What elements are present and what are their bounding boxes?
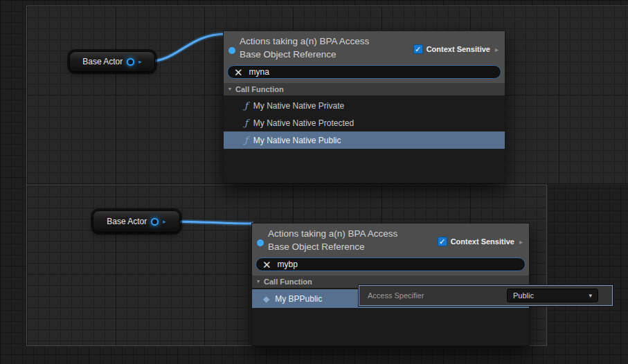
item-label: My Native Native Private: [253, 101, 344, 111]
context-sensitive-label: Context Sensitive: [451, 237, 514, 246]
pin-arrow-icon: ▸: [163, 219, 166, 225]
function-icon: ƒ: [244, 135, 248, 145]
pin-arrow-icon: ▸: [138, 59, 142, 65]
clear-search-icon[interactable]: ✕: [262, 260, 271, 270]
action-menu-bottom: Actions taking a(n) BPA Access Base Obje…: [251, 223, 530, 346]
context-sensitive-checkbox[interactable]: ✓: [413, 44, 423, 54]
node-title: Base Actor: [107, 217, 147, 226]
search-value: myna: [249, 67, 269, 77]
node-base-actor-top[interactable]: Base Actor ▸: [69, 51, 155, 72]
action-list: ƒ My Native Native Private ƒ My Native N…: [224, 95, 505, 183]
blueprint-function-icon: ◆: [263, 295, 269, 303]
context-sensitive-checkbox[interactable]: ✓: [438, 237, 447, 246]
clear-search-icon[interactable]: ✕: [234, 67, 243, 78]
item-label: My Native Native Public: [253, 136, 341, 145]
object-reference-pin-icon: [257, 239, 264, 246]
object-output-pin[interactable]: [127, 58, 134, 66]
expander-arrow-icon[interactable]: ▸: [495, 46, 499, 53]
category-call-function[interactable]: ▾ Call Function: [224, 83, 505, 95]
access-specifier-dropdown[interactable]: Public ▾: [507, 289, 598, 302]
list-item[interactable]: ƒ My Native Native Private: [224, 97, 505, 114]
search-input[interactable]: ✕ myna: [227, 65, 501, 79]
list-item-selected[interactable]: ƒ My Native Native Public: [224, 131, 505, 149]
context-sensitive-label: Context Sensitive: [427, 45, 490, 53]
object-reference-pin-icon: [228, 47, 235, 54]
category-label: Call Function: [235, 85, 284, 93]
collapse-triangle-icon[interactable]: ▾: [228, 87, 231, 92]
action-menu-top: Actions taking a(n) BPA Access Base Obje…: [223, 30, 505, 183]
chevron-down-icon: ▾: [589, 293, 592, 299]
list-item[interactable]: ƒ My Native Native Protected: [224, 114, 505, 131]
search-row: ✕ mybp: [252, 255, 529, 275]
search-input[interactable]: ✕ mybp: [255, 257, 526, 271]
node-base-actor-bottom[interactable]: Base Actor ▸: [93, 210, 180, 233]
action-menu-header: Actions taking a(n) BPA Access Base Obje…: [224, 31, 505, 63]
dropdown-value: Public: [513, 291, 534, 300]
search-value: mybp: [278, 260, 298, 269]
context-sensitive-control: ✓ Context Sensitive ▸: [413, 44, 499, 54]
context-sensitive-control: ✓ Context Sensitive ▸: [438, 237, 523, 246]
item-label: My Native Native Protected: [253, 118, 354, 128]
function-icon: ƒ: [244, 100, 248, 111]
access-specifier-label: Access Specifier: [359, 291, 507, 300]
function-icon: ƒ: [244, 118, 248, 128]
search-row: ✕ myna: [224, 63, 505, 83]
expander-arrow-icon[interactable]: ▸: [519, 238, 523, 246]
blueprint-graph-editor: Base Actor ▸ Base Actor ▸ Actions taking…: [0, 0, 628, 364]
item-label: My BPPublic: [275, 294, 322, 304]
object-output-pin[interactable]: [151, 218, 159, 226]
category-label: Call Function: [264, 277, 312, 286]
access-specifier-tooltip: Access Specifier Public ▾: [359, 285, 613, 306]
collapse-triangle-icon[interactable]: ▾: [257, 279, 260, 284]
action-menu-header: Actions taking a(n) BPA Access Base Obje…: [252, 224, 529, 255]
node-title: Base Actor: [82, 57, 123, 66]
